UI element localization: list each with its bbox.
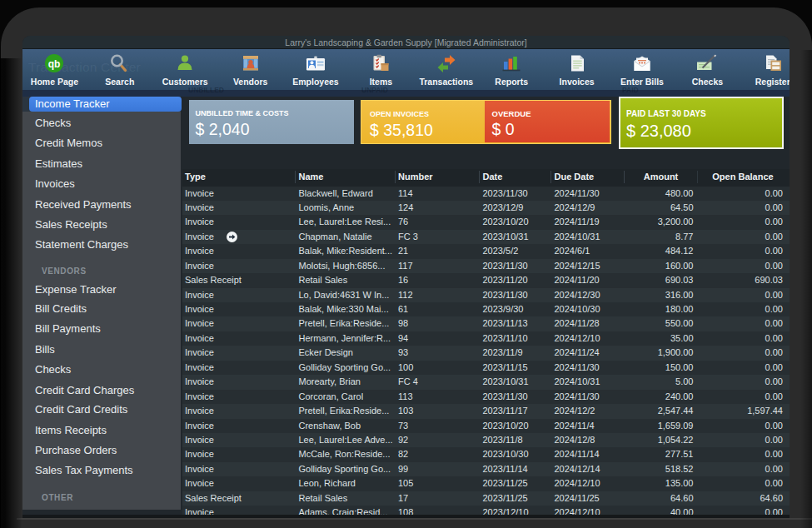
svg-text:qb: qb — [48, 58, 61, 70]
